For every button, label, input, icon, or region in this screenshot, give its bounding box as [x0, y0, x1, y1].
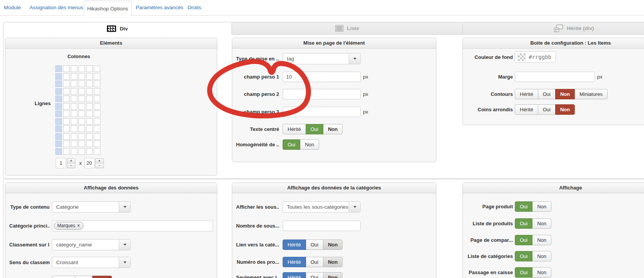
grid-cell[interactable] [86, 88, 93, 95]
nombre-sous-input[interactable] [283, 221, 361, 231]
grid-cell[interactable] [55, 133, 62, 140]
tab-droits[interactable]: Droits [188, 5, 201, 10]
numero-non-button[interactable]: Non [323, 257, 343, 267]
grid-cell[interactable] [63, 133, 70, 140]
grid-cell[interactable] [94, 118, 100, 125]
seulement-non-button[interactable]: Non [323, 272, 343, 278]
remove-tag-icon[interactable]: × [77, 223, 80, 228]
grid-cell[interactable] [78, 141, 85, 147]
grid-cell[interactable] [94, 88, 100, 95]
tab-parametres[interactable]: Paramètres avancés [136, 5, 183, 10]
grid-cell[interactable] [55, 88, 62, 95]
grid-cell[interactable] [78, 88, 85, 95]
grid-cell[interactable] [63, 111, 70, 117]
champ-perso-1-input[interactable] [283, 72, 361, 82]
type-mise-select[interactable]: tag [283, 53, 361, 64]
passage-caisse-non-button[interactable]: Non [532, 267, 551, 278]
grid-cell[interactable] [78, 103, 85, 110]
cutoff-non-button[interactable]: Non [92, 276, 112, 278]
grid-cell[interactable] [78, 118, 85, 125]
grid-cell[interactable] [71, 126, 77, 132]
champ-perso-3-input[interactable] [283, 107, 361, 117]
grid-cell[interactable] [94, 126, 100, 132]
tab-assignation[interactable]: Assignation des menus [30, 5, 83, 10]
grid-cell[interactable] [71, 73, 77, 80]
grid-cell[interactable] [78, 80, 85, 87]
contours-non-button[interactable]: Non [555, 89, 575, 99]
grid-cell[interactable] [55, 80, 62, 87]
type-contenu-select[interactable]: Catégorie [52, 201, 131, 213]
seulement-oui-button[interactable]: Oui [306, 272, 323, 278]
grid-cell[interactable] [63, 141, 70, 147]
grid-cell[interactable] [71, 80, 77, 87]
grid-cell[interactable] [94, 103, 100, 110]
subtab-div[interactable]: Div [3, 22, 231, 35]
page-comparaison-non-button[interactable]: Non [532, 235, 551, 245]
grid-cell[interactable] [94, 95, 100, 102]
marge-input[interactable] [515, 72, 595, 82]
lien-herite-button[interactable]: Hérité [283, 239, 306, 250]
grid-cell[interactable] [86, 133, 93, 140]
grid-cell[interactable] [94, 148, 100, 155]
grid-cell[interactable] [63, 118, 70, 125]
champ-perso-2-input[interactable] [283, 89, 361, 99]
lien-oui-button[interactable]: Oui [306, 239, 323, 250]
grid-cell[interactable] [94, 133, 100, 140]
passage-caisse-oui-button[interactable]: Oui [515, 267, 533, 278]
grid-cell[interactable] [71, 95, 77, 102]
tab-module[interactable]: Module [4, 5, 21, 10]
grid-cell[interactable] [86, 73, 93, 80]
contours-miniatures-button[interactable]: Miniatures [574, 89, 607, 99]
contours-oui-button[interactable]: Oui [538, 89, 556, 99]
grid-cell[interactable] [86, 126, 93, 132]
rows-decrement-button[interactable]: − [95, 163, 104, 168]
grid-cell[interactable] [63, 148, 70, 155]
subtab-herite-div[interactable]: Hérité (div) [463, 22, 644, 35]
grid-cell[interactable] [71, 118, 77, 125]
texte-centre-herite-button[interactable]: Hérité [283, 124, 306, 134]
texte-centre-non-button[interactable]: Non [323, 124, 343, 134]
numero-herite-button[interactable]: Hérité [283, 257, 306, 267]
grid-cell[interactable] [63, 65, 70, 72]
grid-cell[interactable] [55, 126, 62, 132]
seulement-herite-button[interactable]: Hérité [283, 272, 306, 278]
grid-cell[interactable] [63, 73, 70, 80]
subtab-liste[interactable]: Liste [231, 22, 463, 35]
coins-non-button[interactable]: Non [555, 104, 575, 115]
grid-cell[interactable] [71, 141, 77, 147]
grid-cell[interactable] [55, 65, 62, 72]
grid-cell[interactable] [78, 65, 85, 72]
texte-centre-oui-button[interactable]: Oui [306, 124, 323, 134]
grid-cell[interactable] [71, 133, 77, 140]
grid-cell[interactable] [78, 73, 85, 80]
grid-cell[interactable] [63, 126, 70, 132]
grid-cell[interactable] [55, 103, 62, 110]
grid-cell[interactable] [71, 103, 77, 110]
grid-cell[interactable] [71, 148, 77, 155]
rows-increment-button[interactable]: + [95, 158, 104, 164]
grid-cell[interactable] [71, 65, 77, 72]
lien-non-button[interactable]: Non [323, 239, 343, 250]
cutoff-oui-button[interactable]: Oui [75, 276, 93, 278]
grid-cell[interactable] [86, 118, 93, 125]
grid-cell[interactable] [55, 118, 62, 125]
classement-select[interactable]: category_name [52, 239, 131, 250]
grid-cell[interactable] [55, 148, 62, 155]
grid-cell[interactable] [78, 95, 85, 102]
page-produit-non-button[interactable]: Non [532, 201, 551, 212]
grid-cell[interactable] [86, 65, 93, 72]
grid-cell[interactable] [86, 148, 93, 155]
grid-cell[interactable] [71, 88, 77, 95]
cutoff-herite-button[interactable]: Hérité [52, 276, 75, 278]
grid-cell[interactable] [78, 133, 85, 140]
grid-cell[interactable] [94, 73, 100, 80]
grid-cell[interactable] [55, 141, 62, 147]
coins-herite-button[interactable]: Hérité [515, 104, 538, 115]
page-comparaison-oui-button[interactable]: Oui [515, 235, 533, 245]
grid-cell[interactable] [86, 141, 93, 147]
categorie-principale-input[interactable]: Marques × [52, 220, 213, 231]
hex-color-input[interactable] [528, 54, 553, 60]
grid-cell[interactable] [86, 95, 93, 102]
numero-oui-button[interactable]: Oui [306, 257, 323, 267]
grid-cell[interactable] [63, 80, 70, 87]
